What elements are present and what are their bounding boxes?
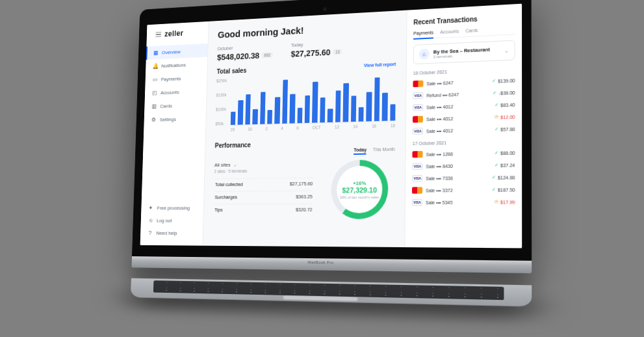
card-icon: ▭ [151, 76, 157, 83]
gift-icon: ✦ [148, 205, 153, 211]
chart-bar[interactable] [374, 77, 380, 121]
transaction-amount: $187.50 [497, 187, 515, 193]
count-badge: 892 [261, 52, 272, 58]
chart-bar[interactable] [304, 95, 310, 123]
transactions-title: Recent Transactions [413, 14, 515, 26]
transaction-amount: $124.88 [497, 175, 515, 180]
performance-table: Total collected $27,175.60 Surcharges $3… [213, 176, 313, 217]
ring-percent: +16% [353, 180, 366, 185]
transaction-amount: $57.88 [500, 126, 515, 131]
transaction-row[interactable]: VISASale ••• 7338✓$124.88 [412, 171, 515, 184]
view-full-report-link[interactable]: View full report [363, 62, 395, 68]
row-value: $363.25 [269, 191, 313, 202]
brand-logo[interactable]: zeller [164, 29, 183, 38]
chart-bar[interactable] [259, 92, 265, 124]
transaction-row[interactable]: Sale ••• 1288✓$88.00 [412, 146, 515, 160]
nav-label: Need help [156, 230, 177, 236]
summary-row: October $548,020.38 892 Today $27,275.60 [217, 37, 396, 62]
site-selector[interactable]: All sites ⌄ [214, 161, 314, 168]
chart-bar[interactable] [274, 97, 280, 124]
nav-label: Accounts [160, 89, 179, 96]
row-label: Surcharges [214, 191, 268, 202]
check-icon: ✓ [491, 175, 495, 180]
table-row: Surcharges $363.25 [214, 191, 313, 203]
chart-bar[interactable] [252, 109, 257, 124]
chart-bar[interactable] [335, 90, 341, 122]
row-label: Total collected [214, 178, 268, 190]
total-sales-header: Total sales View full report [216, 61, 396, 75]
nav-settings[interactable]: ⚙ Settings [144, 111, 206, 127]
gear-icon: ⚙ [150, 116, 156, 123]
check-icon: ✓ [491, 78, 495, 83]
nav-cards[interactable]: ▥ Cards [144, 98, 206, 113]
chart-bar[interactable] [282, 79, 288, 123]
chart-bar[interactable] [320, 98, 326, 123]
transaction-desc: Sale ••• 3372 [426, 187, 453, 193]
transaction-desc: Sale ••• 5345 [425, 200, 452, 204]
transaction-amount: $17.99 [500, 200, 515, 204]
tab-accounts[interactable]: Accounts [440, 29, 459, 38]
nav-logout[interactable]: ⎋ Log out [140, 214, 203, 226]
chevron-down-icon: ⌄ [233, 162, 237, 168]
bell-icon: 🔔 [152, 63, 158, 70]
mastercard-icon [412, 151, 422, 157]
chart-bar[interactable] [297, 108, 302, 124]
chart-bar[interactable] [289, 94, 295, 124]
sidebar: zeller ▦ Overview 🔔 Notifications ▭ [140, 21, 209, 246]
sales-chart[interactable]: $250k$150k$100k$50k 2930246OCT12141618 [215, 72, 396, 135]
transaction-desc: Sale ••• 4012 [426, 116, 452, 121]
progress-ring: +16% $27,329.10 18% of last month's sale… [330, 159, 388, 219]
mastercard-icon [412, 116, 422, 123]
sidebar-bottom: ✦ Free processing ⎋ Log out ? Need help [140, 202, 203, 239]
transaction-row[interactable]: VISASale ••• 5345⟳$17.99 [411, 196, 515, 208]
transactions-panel: Recent Transactions Payments Accounts Ca… [404, 4, 522, 249]
transaction-amount: $88.00 [500, 150, 515, 155]
section-label: Performance [214, 141, 250, 149]
chart-bar[interactable] [267, 109, 272, 124]
chart-bar[interactable] [237, 100, 242, 125]
mastercard-icon [413, 80, 423, 87]
summary-today: Today $27,275.60 13 [290, 40, 342, 59]
transaction-row[interactable]: Sale ••• 3372✓$187.50 [411, 183, 515, 196]
chart-bar[interactable] [350, 96, 356, 122]
grid-icon: ▦ [153, 49, 159, 56]
check-icon: ✓ [494, 127, 498, 132]
camera-dot [323, 7, 327, 11]
performance-tabs: Today This Month [354, 147, 394, 155]
transaction-desc: Refund ••• 6247 [426, 92, 459, 98]
tab-payments[interactable]: Payments [413, 30, 433, 40]
chart-bar[interactable] [312, 81, 318, 123]
app-window: zeller ▦ Overview 🔔 Notifications ▭ [140, 4, 522, 249]
tab-cards[interactable]: Cards [465, 28, 478, 36]
page-title: Good morning Jack! [217, 20, 396, 40]
performance-table-wrap: All sites ⌄ 2 sites · 5 terminals Total … [213, 161, 314, 219]
section-label: Total sales [216, 67, 246, 75]
chart-bar[interactable] [342, 83, 348, 122]
transaction-row[interactable]: VISASale ••• 4012✓$57.88 [412, 123, 515, 137]
chart-bar[interactable] [230, 112, 235, 125]
tab-today[interactable]: Today [354, 148, 367, 155]
chart-bar[interactable] [381, 92, 387, 121]
nav-help[interactable]: ? Need help [140, 226, 202, 239]
chart-bar[interactable] [366, 92, 372, 121]
site-filter[interactable]: ⌂ By the Sea – Restaurant 3 terminals ⌄ [413, 40, 515, 64]
chart-bar[interactable] [245, 94, 251, 125]
check-icon: ✓ [491, 187, 495, 192]
laptop-deck [130, 278, 531, 306]
mastercard-icon [411, 187, 422, 193]
menu-icon[interactable] [155, 32, 161, 37]
chart-bar[interactable] [358, 107, 363, 122]
chart-bar[interactable] [327, 109, 332, 122]
laptop-bezel: zeller ▦ Overview 🔔 Notifications ▭ [131, 0, 531, 261]
transaction-desc: Sale ••• 6247 [426, 80, 453, 86]
visa-icon: VISA [411, 199, 422, 206]
chart-y-axis: $250k$150k$100k$50k [215, 78, 227, 126]
nav-label: Settings [159, 116, 175, 122]
nav-label: Log out [156, 217, 172, 223]
nav-free-processing[interactable]: ✦ Free processing [141, 202, 203, 215]
chart-bar[interactable] [389, 104, 395, 121]
store-icon: ⌂ [419, 49, 429, 60]
tab-this-month[interactable]: This Month [372, 147, 394, 155]
transaction-row[interactable]: VISASale ••• 8430✓$37.24 [412, 159, 515, 172]
check-icon: ✓ [494, 150, 498, 155]
